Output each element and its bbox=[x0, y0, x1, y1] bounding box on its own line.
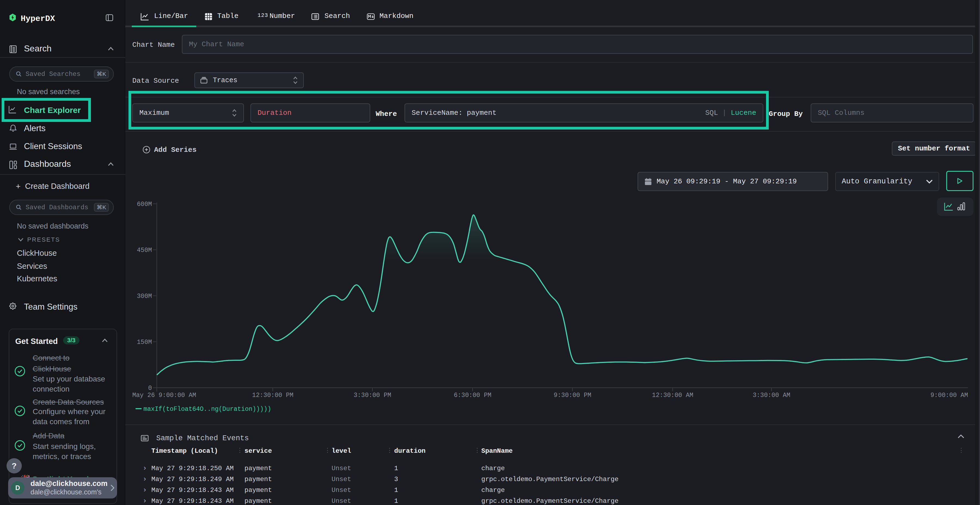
svg-text:450M: 450M bbox=[137, 247, 152, 254]
svg-text:9:00:00 AM: 9:00:00 AM bbox=[931, 392, 968, 399]
svg-text:12:30:00 AM: 12:30:00 AM bbox=[652, 392, 694, 399]
svg-text:600M: 600M bbox=[137, 201, 152, 208]
svg-text:May 26 9:00:00 AM: May 26 9:00:00 AM bbox=[132, 392, 196, 399]
svg-text:9:30:00 PM: 9:30:00 PM bbox=[554, 392, 591, 399]
svg-text:maxIf(toFloat64O..ng(Duration): maxIf(toFloat64O..ng(Duration))))) bbox=[143, 406, 271, 413]
svg-text:0: 0 bbox=[148, 385, 152, 392]
svg-text:150M: 150M bbox=[137, 339, 152, 346]
svg-text:3:30:00 AM: 3:30:00 AM bbox=[753, 392, 790, 399]
svg-text:6:30:00 PM: 6:30:00 PM bbox=[454, 392, 492, 399]
svg-text:3:30:00 PM: 3:30:00 PM bbox=[354, 392, 391, 399]
svg-text:12:30:00 PM: 12:30:00 PM bbox=[252, 392, 293, 399]
svg-text:300M: 300M bbox=[137, 293, 152, 300]
